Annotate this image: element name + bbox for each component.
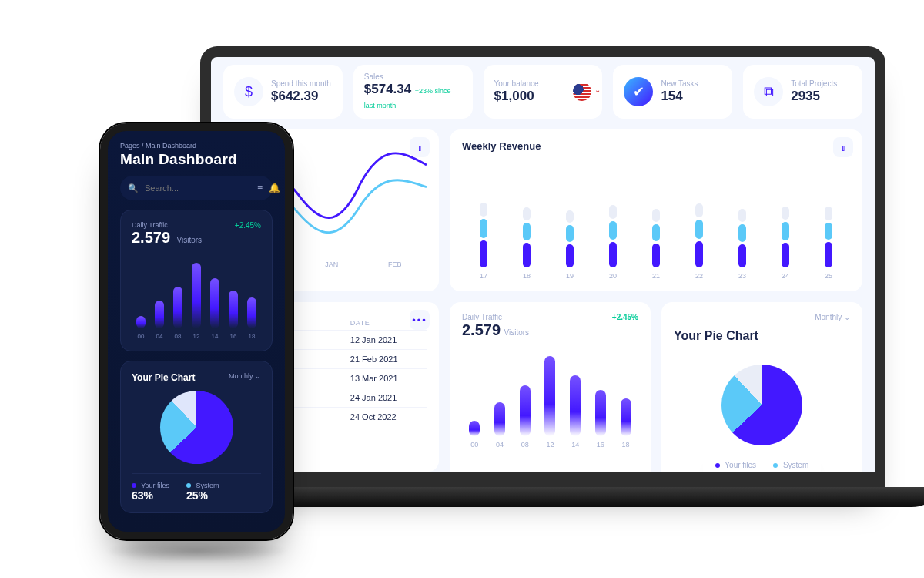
tick: 16 [597,441,604,449]
traffic-value: 2.579 [462,321,500,338]
col-header: DATE [350,319,370,327]
tick: 18 [523,272,531,280]
traffic-unit: Visitors [177,236,203,244]
traffic-bar [155,301,164,328]
traffic-bar [229,291,238,329]
weekly-bar [782,207,789,267]
weekly-bar [480,203,487,267]
stat-value: $642.39 [271,89,318,103]
stat-spend[interactable]: $ Spend this month $642.39 [223,65,343,119]
phone-frame: Pages / Main Dashboard Main Dashboard 🔍 … [100,123,293,539]
traffic-bar [469,421,480,436]
traffic-bar [595,390,606,437]
legend-value: 63% [132,489,169,502]
stat-label: Spend this month [271,79,331,89]
stat-value: $1,000 [494,89,534,103]
laptop-frame: $ Spend this month $642.39 Sales $574.34… [200,46,886,493]
traffic-x-ticks: 00040812141618 [462,441,638,449]
pie-dropdown[interactable]: Monthly ⌄ [229,372,261,380]
stat-value: 154 [661,89,682,103]
traffic-unit: Visitors [504,328,530,337]
legend-value: 63% [715,469,756,482]
stat-value: 2935 [791,89,820,103]
tick: 08 [521,441,529,449]
traffic-delta: +2.45% [612,313,638,321]
pie-dropdown[interactable]: Monthly ⌄ [815,313,850,321]
card-title: Weekly Revenue [462,140,850,152]
tick: 24 [782,272,789,280]
stat-sales[interactable]: Sales $574.34 +23% since last month [353,65,473,119]
dashboard-grid: ⫾ DEC JAN FEB Weekly Revenue ⫾ 171819202… [223,129,862,472]
phone-shadow [105,539,290,563]
laptop-screen: $ Spend this month $642.39 Sales $574.34… [211,57,875,472]
weekly-x-ticks: 171819202122232425 [462,272,850,280]
chart-options-icon[interactable]: ⫾ [410,137,430,157]
weekly-bar [825,207,832,267]
tick: 04 [496,441,504,449]
cell-date: 24 Oct 2022 [350,412,397,422]
dollar-icon: $ [234,77,263,106]
traffic-bar [136,316,146,328]
tick: 16 [230,333,237,340]
stat-balance[interactable]: Your balance $1,000 [484,65,603,119]
traffic-bars [462,351,638,436]
search-icon: 🔍 [128,183,139,193]
menu-icon[interactable]: ≡ [257,183,263,193]
chart-options-icon[interactable]: ⫾ [833,137,853,157]
stat-projects[interactable]: ⧉ Total Projects 2935 [743,65,862,119]
tick: 14 [212,333,219,340]
tick: 14 [571,441,579,449]
tick: 12 [193,333,200,340]
breadcrumb[interactable]: Pages / Main Dashboard [120,142,273,150]
legend-dot-icon [132,483,136,488]
tick: 18 [249,333,256,340]
task-check-icon: ✔ [624,77,653,106]
cell-date: 12 Jan 2021 [350,335,397,344]
tick: 00 [138,333,145,340]
tick: 19 [566,272,574,280]
cell-date: 24 Jan 2021 [350,393,397,402]
weekly-bar [566,210,574,267]
flag-usa-icon[interactable] [573,82,591,101]
tick: 04 [156,333,163,340]
legend-item-files: Your files 63% [132,482,169,502]
legend-item-system: System 25% [186,482,219,502]
info-icon[interactable]: ⓘ [286,182,293,195]
weekly-bar [652,209,660,267]
traffic-bar [247,297,256,329]
stats-row: $ Spend this month $642.39 Sales $574.34… [223,65,862,119]
stat-tasks[interactable]: ✔ New Tasks 154 [613,65,732,119]
tick: 17 [480,272,487,280]
page-title: Main Dashboard [120,151,273,168]
tick: 22 [695,272,703,280]
pie-chart [721,365,802,445]
weekly-bars [462,160,850,267]
lower-right-split: +2.45% Daily Traffic 2.579 Visitors 0004… [450,302,862,472]
weekly-bar [523,207,531,267]
traffic-bar [570,375,581,436]
tick: 20 [609,272,617,280]
traffic-bar [494,402,505,436]
tick: JAN [325,260,338,268]
tick: FEB [388,260,402,268]
search-field[interactable] [143,183,253,193]
bell-icon[interactable]: 🔔 [269,183,280,193]
legend-item-system: System 25% [773,461,808,482]
traffic-bar [621,398,631,437]
legend-label: Your files [725,461,756,469]
legend-value: 25% [186,489,219,502]
legend-label: System [196,482,219,489]
stat-label: New Tasks [661,79,698,89]
search-input[interactable]: 🔍 ≡ 🔔 ⓘ ☀ AP [120,176,273,200]
traffic-value: 2.579 [132,229,170,246]
phone-pie-card: Monthly ⌄ Your Pie Chart Your files 63% … [120,361,273,513]
tick: 18 [622,441,630,449]
legend-label: Your files [141,482,169,489]
tick: 00 [470,441,478,449]
projects-icon: ⧉ [754,77,783,106]
tick: 08 [175,333,182,340]
more-icon[interactable]: ••• [410,310,430,330]
legend-item-files: Your files 63% [715,461,756,482]
weekly-bar [609,205,617,267]
tick: 23 [738,272,746,280]
